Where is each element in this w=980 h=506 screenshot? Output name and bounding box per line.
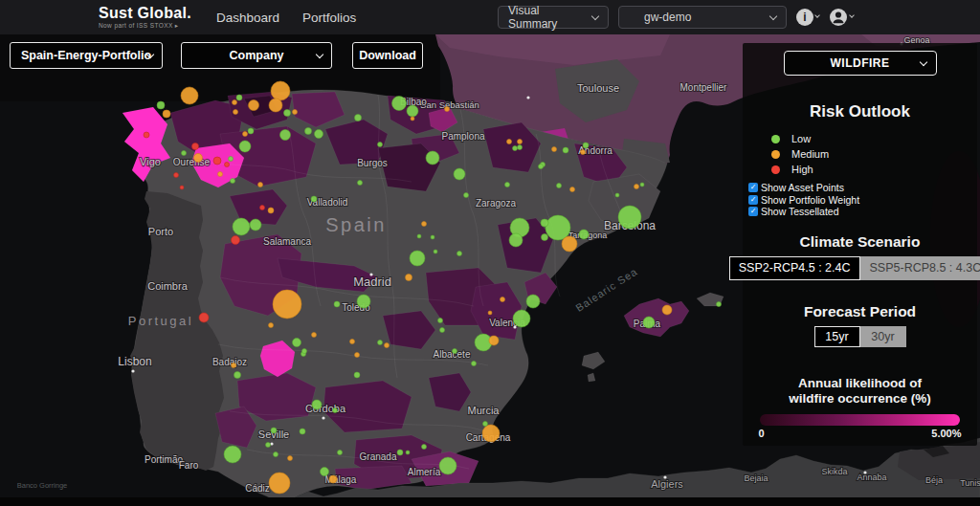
asset-point-high[interactable] [260, 206, 265, 210]
asset-point-low[interactable] [426, 151, 439, 165]
asset-point-low[interactable] [640, 183, 644, 187]
asset-point-low[interactable] [250, 219, 261, 231]
asset-point-medium[interactable] [350, 340, 355, 344]
asset-point-low[interactable] [355, 115, 362, 121]
asset-point-low[interactable] [464, 193, 469, 198]
asset-point-low[interactable] [583, 143, 589, 148]
asset-point-medium[interactable] [570, 187, 575, 192]
org-select[interactable]: gw-demo [618, 6, 787, 29]
asset-point-medium[interactable] [258, 183, 263, 187]
asset-point-high[interactable] [199, 313, 209, 322]
asset-point-low[interactable] [236, 95, 242, 100]
asset-point-low[interactable] [505, 183, 510, 187]
asset-point-low[interactable] [457, 252, 462, 256]
asset-point-low[interactable] [483, 422, 488, 427]
asset-point-medium[interactable] [329, 475, 337, 483]
asset-point-low[interactable] [392, 97, 407, 111]
asset-point-low[interactable] [397, 450, 403, 455]
asset-point-low[interactable] [224, 446, 241, 463]
asset-point-medium[interactable] [181, 87, 198, 104]
asset-point-low[interactable] [526, 295, 540, 308]
asset-point-low[interactable] [453, 349, 457, 354]
asset-point-low[interactable] [305, 128, 312, 135]
asset-point-low[interactable] [438, 319, 443, 323]
asset-point-medium[interactable] [385, 343, 390, 348]
view-mode-select[interactable]: Visual Summary [498, 6, 609, 29]
asset-point-low[interactable] [439, 457, 457, 474]
asset-point-low[interactable] [407, 105, 418, 117]
asset-point-medium[interactable] [269, 473, 290, 494]
checkbox-icon[interactable]: ✓ [748, 183, 758, 192]
asset-point-low[interactable] [234, 372, 241, 379]
scenario-ssp2-rcp4-5-2-4c[interactable]: SSP2-RCP4.5 : 2.4C [729, 256, 860, 280]
asset-point-low[interactable] [541, 219, 548, 227]
asset-point-medium[interactable] [411, 117, 414, 121]
asset-point-medium[interactable] [288, 456, 293, 461]
nav-item-portfolios[interactable]: Portfolios [302, 11, 356, 25]
asset-point-medium[interactable] [501, 297, 505, 302]
asset-point-medium[interactable] [249, 100, 259, 111]
download-button[interactable]: Download [352, 42, 423, 69]
scenario-ssp5-rcp8-5-4-3c[interactable]: SSP5-RCP8.5 : 4.3C [860, 256, 980, 280]
nav-item-dashboard[interactable]: Dashboard [216, 11, 279, 25]
asset-point-medium[interactable] [488, 311, 492, 315]
asset-point-medium[interactable] [662, 305, 672, 315]
checkbox-icon[interactable]: ✓ [748, 195, 758, 205]
asset-point-low[interactable] [378, 143, 383, 147]
asset-point-low[interactable] [518, 145, 523, 150]
asset-point-medium[interactable] [269, 323, 274, 328]
asset-point-low[interactable] [422, 445, 427, 450]
asset-point-medium[interactable] [271, 81, 290, 100]
asset-point-low[interactable] [563, 147, 568, 153]
asset-point-medium[interactable] [518, 140, 523, 144]
asset-point-low[interactable] [229, 157, 234, 162]
asset-point-low[interactable] [157, 101, 165, 109]
info-menu-button[interactable]: i [796, 9, 819, 26]
asset-point-medium[interactable] [194, 154, 203, 163]
asset-point-medium[interactable] [163, 110, 170, 118]
asset-point-low[interactable] [231, 179, 235, 184]
asset-point-high[interactable] [232, 236, 240, 245]
asset-point-low[interactable] [717, 302, 722, 307]
asset-point-high[interactable] [144, 132, 149, 138]
asset-point-low[interactable] [542, 234, 548, 241]
asset-point-medium[interactable] [445, 107, 450, 112]
asset-point-low[interactable] [293, 339, 301, 347]
period-15yr[interactable]: 15yr [814, 326, 860, 347]
asset-point-high[interactable] [174, 173, 179, 178]
asset-point-medium[interactable] [232, 363, 236, 368]
asset-point-low[interactable] [274, 452, 278, 457]
asset-point-low[interactable] [357, 295, 370, 308]
asset-point-low[interactable] [431, 235, 434, 239]
asset-point-medium[interactable] [581, 150, 586, 155]
account-menu-button[interactable] [829, 8, 854, 27]
asset-point-low[interactable] [300, 429, 305, 434]
asset-point-low[interactable] [271, 428, 277, 433]
asset-point-low[interactable] [618, 206, 641, 229]
asset-point-low[interactable] [354, 372, 360, 378]
asset-point-low[interactable] [557, 184, 562, 188]
asset-point-low[interactable] [434, 250, 437, 253]
asset-point-low[interactable] [338, 451, 343, 455]
asset-point-medium[interactable] [552, 147, 557, 152]
hazard-select[interactable]: WILDFIRE [784, 51, 937, 76]
asset-point-low[interactable] [284, 110, 291, 117]
asset-point-low[interactable] [513, 146, 518, 151]
asset-point-low[interactable] [266, 443, 271, 448]
asset-point-medium[interactable] [562, 236, 577, 252]
asset-point-low[interactable] [321, 468, 329, 476]
asset-point-low[interactable] [248, 128, 254, 134]
asset-point-medium[interactable] [268, 208, 274, 213]
asset-point-medium[interactable] [406, 275, 412, 281]
toggle-show-tessellated[interactable]: ✓Show Tessellated [748, 206, 859, 218]
asset-point-medium[interactable] [234, 110, 238, 115]
asset-point-low[interactable] [239, 141, 251, 152]
asset-point-low[interactable] [509, 233, 523, 247]
toggle-show-asset-points[interactable]: ✓Show Asset Points [748, 182, 859, 194]
asset-point-high[interactable] [192, 143, 199, 150]
asset-point-low[interactable] [302, 349, 307, 354]
asset-point-low[interactable] [410, 251, 425, 266]
checkbox-icon[interactable]: ✓ [748, 207, 758, 216]
asset-point-high[interactable] [225, 163, 230, 167]
asset-point-medium[interactable] [482, 425, 500, 442]
